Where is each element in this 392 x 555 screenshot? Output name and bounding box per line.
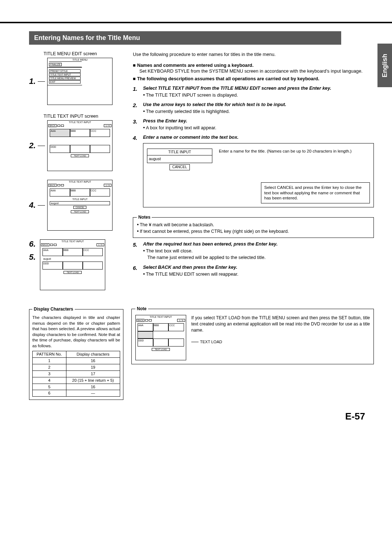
screen-label: TITLE TEXT INPUT screen: [44, 114, 123, 119]
page-number: E-57: [29, 411, 374, 422]
pattern-table: PATTERN No.Display characters 116 219 31…: [32, 351, 120, 397]
step-4-diagram: TITLE INPUT august CANCEL Enter a name f…: [143, 143, 374, 207]
text-load-note-screen: TITLE TEXT INPUT BACK 1 / 6 AAA BBB CCC: [135, 315, 186, 360]
intro-text: Use the following procedure to enter nam…: [133, 51, 374, 58]
step-4-cancel-note: Select CANCEL and press the Enter key to…: [261, 182, 370, 204]
step-4: Enter a name or comment into the text bo…: [133, 134, 374, 212]
step-1: Select TITLE TEXT INPUT from the TITLE M…: [133, 85, 374, 98]
step-4-hint: Enter a name for the title. (Names can b…: [219, 149, 370, 154]
step-2: Use the arrow keys to select the title f…: [133, 101, 374, 115]
title-text-input-screen-1: TITLE TEXT INPUT BACK 1 / 6 AAA BBB CCC: [47, 120, 113, 171]
text-load-label: TEXT LOAD: [200, 340, 222, 344]
text-load-note-box: Note TITLE TEXT INPUT BACK 1 / 6 AAA BBB: [131, 306, 374, 364]
step-pointer-5: 5.: [29, 252, 36, 262]
sq-bullet-1-sub: Set KEYBOARD STYLE from the SYSTEM MENU …: [139, 68, 374, 75]
cancel-button-diagram: CANCEL: [170, 164, 190, 170]
left-column: TITLE MENU EDIT screen 1. TITLE MENU FIN…: [29, 51, 123, 299]
title-menu-edit-screen: TITLE MENU FINALIZE PRESET STYLE TITLE T…: [47, 58, 113, 105]
title-text-input-screen-3: TITLE TEXT INPUT BACK 1 / 6 AAA BBB CCC …: [40, 239, 105, 290]
sq-bullet-2: The following description assumes that a…: [133, 76, 374, 81]
sq-bullet-1: Names and comments are entered using a k…: [133, 62, 374, 68]
section-header: Entering Names for the Title Menu: [29, 31, 341, 45]
right-column: Use the following procedure to enter nam…: [133, 51, 374, 299]
title-text-input-screen-2: TITLE TEXT INPUT BACK 1 / 6 AAA BBB CCC …: [47, 180, 113, 231]
display-characters-box: Display Characters The characters displa…: [29, 306, 123, 400]
step-5: After the required text has been entered…: [133, 241, 374, 261]
step-pointer-6: 6.: [29, 239, 36, 249]
top-rule: [0, 22, 392, 23]
step-pointer-1: 1.: [29, 77, 36, 86]
step-6: Select BACK and then press the Enter key…: [133, 264, 374, 278]
text-load-note-text: If you select TEXT LOAD from the TITLE M…: [191, 315, 370, 333]
step-pointer-4: 4.: [29, 200, 36, 210]
step-3: Press the Enter key.A box for inputting …: [133, 118, 374, 131]
screen-label: TITLE MENU EDIT screen: [44, 51, 123, 56]
notes-box: Notes The ¥ mark will become a backslash…: [133, 215, 374, 238]
step-pointer-2: 2.: [29, 141, 36, 150]
